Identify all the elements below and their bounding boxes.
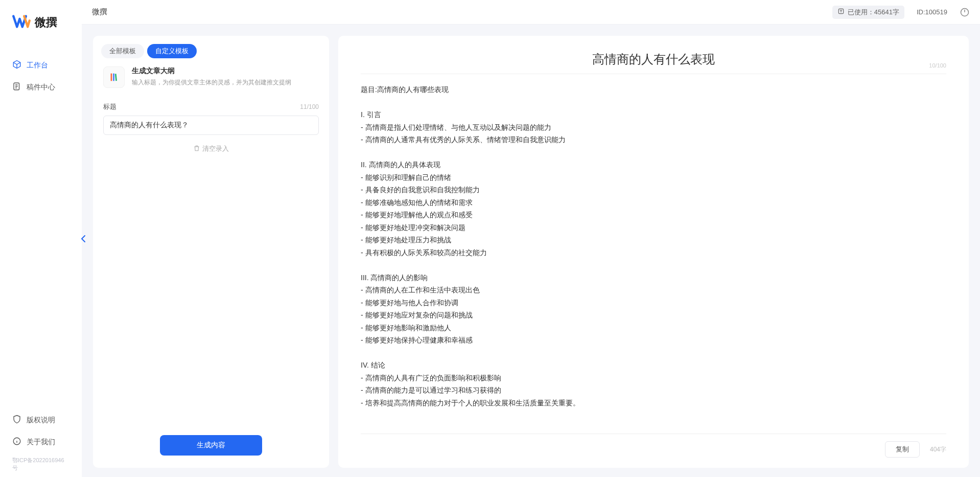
tab-all-templates[interactable]: 全部模板 (101, 44, 144, 58)
user-id: ID:100519 (917, 8, 947, 16)
sidebar: 微撰 工作台 稿件中心 版权说明 关于我们 鄂ICP备2022016946号 (0, 0, 82, 477)
tab-label: 全部模板 (109, 47, 136, 55)
template-title: 生成文章大纲 (132, 66, 319, 76)
info-icon (12, 437, 21, 447)
shield-icon (12, 415, 21, 425)
generate-label: 生成内容 (197, 441, 225, 449)
sidebar-bottom: 版权说明 关于我们 (0, 411, 82, 455)
template-card[interactable]: 生成文章大纲 输入标题，为你提供文章主体的灵感，并为其创建推文提纲 (93, 64, 329, 97)
sidebar-item-copyright[interactable]: 版权说明 (6, 411, 76, 429)
output-title: 高情商的人有什么表现 (361, 51, 946, 67)
generate-bar: 生成内容 (93, 427, 329, 468)
sidebar-item-label: 工作台 (27, 61, 48, 70)
output-title-counter: 10/100 (929, 62, 946, 69)
power-button[interactable] (960, 7, 970, 17)
topbar: 微撰 已使用：45641字 ID:100519 (82, 0, 980, 25)
template-info: 生成文章大纲 输入标题，为你提供文章主体的灵感，并为其创建推文提纲 (132, 66, 319, 87)
sidebar-collapse-handle[interactable] (80, 229, 87, 249)
output-body[interactable]: 题目:高情商的人有哪些表现 I. 引言 - 高情商是指人们处理情绪、与他人互动以… (338, 74, 969, 434)
cube-icon (12, 60, 21, 71)
content: 全部模板 自定义模板 生成文章大纲 输入标题，为你提供文章主体的灵感，并为其创建… (82, 25, 980, 477)
form-counter: 11/100 (300, 103, 319, 110)
sidebar-item-drafts[interactable]: 稿件中心 (6, 78, 76, 97)
panel-right: 高情商的人有什么表现 10/100 题目:高情商的人有哪些表现 I. 引言 - … (338, 36, 969, 468)
nav: 工作台 稿件中心 (0, 56, 82, 97)
tab-label: 自定义模板 (155, 47, 189, 55)
template-desc: 输入标题，为你提供文章主体的灵感，并为其创建推文提纲 (132, 78, 319, 87)
sidebar-item-label: 稿件中心 (27, 83, 55, 92)
tab-custom-templates[interactable]: 自定义模板 (147, 44, 197, 58)
usage-text: 已使用：45641字 (848, 8, 899, 17)
form-label-title: 标题 (103, 102, 116, 111)
topbar-right: 已使用：45641字 ID:100519 (832, 6, 970, 19)
sidebar-item-label: 版权说明 (27, 416, 55, 425)
logo-text: 微撰 (35, 15, 57, 30)
folder-icon (12, 82, 21, 93)
main: 微撰 已使用：45641字 ID:100519 全部模板 自定义模板 (82, 0, 980, 477)
panel-left: 全部模板 自定义模板 生成文章大纲 输入标题，为你提供文章主体的灵感，并为其创建… (93, 36, 329, 468)
template-icon (103, 66, 125, 88)
output-footer: 复制 404字 (361, 434, 946, 468)
word-count: 404字 (930, 445, 946, 454)
trash-icon (193, 145, 200, 153)
usage-pill[interactable]: 已使用：45641字 (832, 6, 904, 19)
logo: 微撰 (0, 14, 82, 56)
clear-input-button[interactable]: 清空录入 (103, 144, 319, 153)
sidebar-item-workspace[interactable]: 工作台 (6, 56, 76, 75)
form-area: 标题 11/100 清空录入 (93, 97, 329, 427)
clear-label: 清空录入 (202, 144, 229, 153)
output-header: 高情商的人有什么表现 10/100 (338, 36, 969, 72)
sidebar-item-label: 关于我们 (27, 438, 55, 447)
copy-label: 复制 (896, 445, 909, 453)
topbar-title: 微撰 (92, 7, 107, 17)
sidebar-item-about[interactable]: 关于我们 (6, 433, 76, 451)
icp-text: 鄂ICP备2022016946号 (0, 455, 82, 477)
tabs: 全部模板 自定义模板 (93, 36, 329, 64)
title-input[interactable] (103, 116, 319, 135)
generate-button[interactable]: 生成内容 (160, 435, 262, 456)
logo-icon (12, 14, 31, 30)
text-icon (837, 8, 845, 16)
copy-button[interactable]: 复制 (885, 441, 920, 458)
